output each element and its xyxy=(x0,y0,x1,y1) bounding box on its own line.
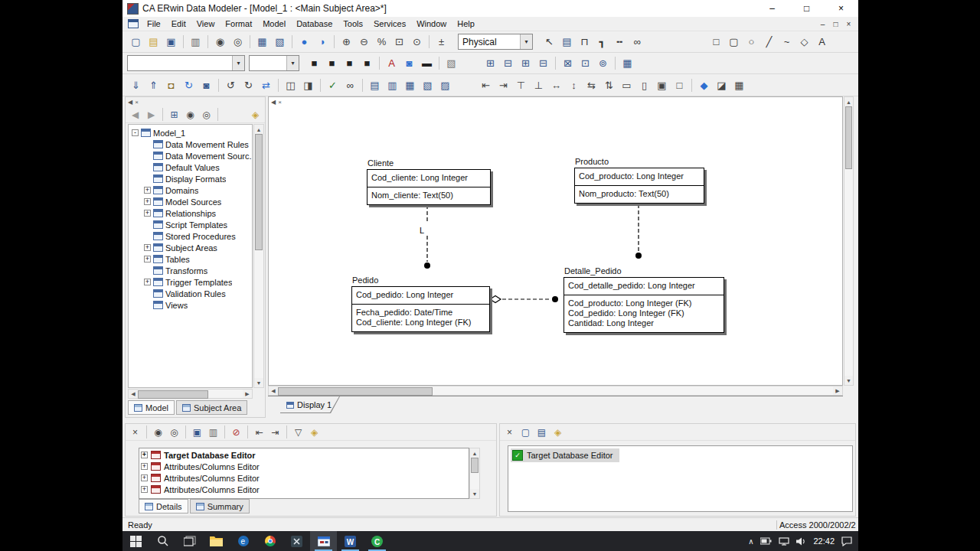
collapse-panel-icon[interactable]: ◀ xyxy=(128,99,132,106)
find-entity-icon[interactable]: ◎ xyxy=(230,34,246,50)
taskbar-app-chrome[interactable] xyxy=(256,531,283,551)
find-icon[interactable]: ◉ xyxy=(151,425,165,439)
menu-services[interactable]: Services xyxy=(368,18,411,30)
relationship-label[interactable]: L xyxy=(420,226,424,235)
log-item-attributes-columns-editor[interactable]: +Attributes/Columns Editor xyxy=(141,484,467,495)
combo-dropdown-icon[interactable]: ▾ xyxy=(520,34,532,49)
tree-item-data-movement-rules[interactable]: Data Movement Rules xyxy=(129,139,252,150)
format-painter-icon[interactable]: ▧ xyxy=(443,56,459,71)
scroll-thumb[interactable] xyxy=(138,390,208,399)
expand-all-icon[interactable]: ⊞ xyxy=(167,108,181,122)
mdi-close-button[interactable]: × xyxy=(842,18,855,29)
display-icon-level-icon[interactable]: ▨ xyxy=(437,77,453,93)
display-pk-level-icon[interactable]: ▦ xyxy=(402,77,418,93)
tab-details[interactable]: Details xyxy=(139,499,188,514)
properties-icon[interactable]: ◈ xyxy=(248,108,263,122)
child-window-icon[interactable] xyxy=(128,19,139,28)
print-log-icon[interactable]: ▥ xyxy=(206,425,220,439)
model-compare-icon[interactable]: ◨ xyxy=(300,77,316,93)
grid-icon[interactable]: ▦ xyxy=(731,77,747,93)
tree-item-display-formats[interactable]: Display Formats xyxy=(129,173,252,184)
last-item-icon[interactable]: ⇥ xyxy=(268,425,283,439)
taskbar-app-file-explorer[interactable] xyxy=(203,531,230,551)
scroll-thumb[interactable] xyxy=(255,134,263,250)
category-tool-icon[interactable]: ⊓ xyxy=(577,34,593,50)
overview-icon[interactable]: ∞ xyxy=(342,77,358,93)
identifying-relationship-tool-icon[interactable]: ┓ xyxy=(594,34,610,50)
tab-model[interactable]: Model xyxy=(128,400,175,415)
menu-window[interactable]: Window xyxy=(411,18,452,30)
mart-refresh-icon[interactable]: ↻ xyxy=(181,77,197,93)
print-icon[interactable]: ▥ xyxy=(188,34,204,50)
zoom-percent-icon[interactable]: % xyxy=(374,34,390,50)
combo-dropdown-icon[interactable]: ▾ xyxy=(286,56,299,70)
minimize-button[interactable]: – xyxy=(755,0,789,17)
tree-expander-icon[interactable]: + xyxy=(144,256,151,262)
align-right-icon[interactable]: ⇥ xyxy=(495,77,511,93)
log-item-attributes-columns-editor[interactable]: +Attributes/Columns Editor xyxy=(141,472,467,484)
tree-expander-icon[interactable]: + xyxy=(144,210,151,217)
print-scale-icon[interactable]: ± xyxy=(433,34,449,50)
taskbar-app-edge[interactable]: e xyxy=(230,531,256,551)
italic-icon[interactable]: ■ xyxy=(324,56,340,71)
notification-center-icon[interactable] xyxy=(841,536,852,546)
log-expander-icon[interactable]: + xyxy=(141,474,148,481)
domain-editor-icon[interactable]: ▦ xyxy=(619,56,635,71)
relationship-producto-detalle[interactable] xyxy=(635,204,642,259)
close-panel-icon[interactable]: × xyxy=(502,425,517,439)
clear-log-icon[interactable]: ⊘ xyxy=(229,425,243,439)
first-item-icon[interactable]: ⇤ xyxy=(252,425,266,439)
many-to-many-tool-icon[interactable]: ∞ xyxy=(629,34,645,50)
menu-file[interactable]: File xyxy=(142,18,166,30)
delete-table-icon[interactable]: ⊟ xyxy=(500,56,516,71)
underline-icon[interactable]: ■ xyxy=(341,56,358,71)
layout-diamond-icon[interactable]: ◆ xyxy=(696,77,712,93)
open-model-icon[interactable]: ▤ xyxy=(145,34,162,50)
editor-item-target-database-editor[interactable]: Target Database Editor xyxy=(511,448,619,462)
scroll-left-icon[interactable]: ◀ xyxy=(269,386,278,395)
tree-horizontal-scrollbar[interactable]: ◀ ▶ xyxy=(128,389,253,399)
scroll-thumb[interactable] xyxy=(845,106,852,169)
network-icon[interactable] xyxy=(779,537,789,546)
locate-icon[interactable]: ◎ xyxy=(199,108,214,122)
close-panel-icon[interactable]: × xyxy=(278,99,282,106)
freeform-tool-icon[interactable]: ~ xyxy=(779,34,795,50)
mdi-restore-button[interactable]: □ xyxy=(829,18,842,29)
ungroup-icon[interactable]: □ xyxy=(671,77,688,93)
distribute-vertical-icon[interactable]: ⇅ xyxy=(601,77,617,93)
group-icon[interactable]: ▣ xyxy=(654,77,670,93)
maximize-button[interactable]: □ xyxy=(789,0,824,17)
tree-item-relationships[interactable]: +Relationships xyxy=(129,207,252,219)
filter-icon[interactable]: ▽ xyxy=(291,425,305,439)
entity-cliente[interactable]: Cliente Cod_cliente: Long IntegerNom_cli… xyxy=(367,158,491,205)
entity-tool-icon[interactable]: ▤ xyxy=(559,34,575,50)
entity-detalle-pedido[interactable]: Detalle_Pedido Cod_detalle_pedido: Long … xyxy=(564,266,724,333)
mart-save-icon[interactable]: ⇑ xyxy=(145,77,162,93)
taskbar-clock[interactable]: 22:42 xyxy=(813,536,835,546)
zoom-region-icon[interactable]: ⊙ xyxy=(409,34,425,50)
taskbar-app-erwin[interactable] xyxy=(310,531,337,551)
log-expander-icon[interactable]: + xyxy=(141,463,148,470)
select-tool-icon[interactable]: ↖ xyxy=(541,34,557,50)
spell-check-icon[interactable]: ✓ xyxy=(325,77,341,93)
close-button[interactable]: × xyxy=(824,0,858,17)
menu-model[interactable]: Model xyxy=(257,18,291,30)
canvas-horizontal-scrollbar[interactable]: ◀ ▶ xyxy=(268,386,843,396)
start-button[interactable] xyxy=(122,531,149,551)
font-name-combo[interactable]: ▾ xyxy=(127,55,245,71)
font-color-icon[interactable]: A xyxy=(384,56,400,71)
entity-pedido[interactable]: Pedido Cod_pedido: Long IntegerFecha_ped… xyxy=(351,275,490,332)
mart-lock-icon[interactable]: ◘ xyxy=(163,77,179,93)
tree-item-tables[interactable]: +Tables xyxy=(129,253,252,265)
scroll-up-icon[interactable]: ▲ xyxy=(470,448,479,458)
display-tab[interactable]: Display 1 xyxy=(280,396,340,413)
add-table-icon[interactable]: ⊞ xyxy=(482,56,498,71)
tree-item-domains[interactable]: +Domains xyxy=(129,184,252,196)
properties-icon[interactable]: ◈ xyxy=(550,425,565,439)
log-item-attributes-columns-editor[interactable]: +Attributes/Columns Editor xyxy=(141,461,467,472)
forward-icon[interactable]: ▶ xyxy=(144,108,158,122)
display-attribute-level-icon[interactable]: ▥ xyxy=(384,77,400,93)
menu-tools[interactable]: Tools xyxy=(338,18,368,30)
display-entity-level-icon[interactable]: ▤ xyxy=(367,77,383,93)
fill-color-icon[interactable]: ◙ xyxy=(401,56,417,71)
